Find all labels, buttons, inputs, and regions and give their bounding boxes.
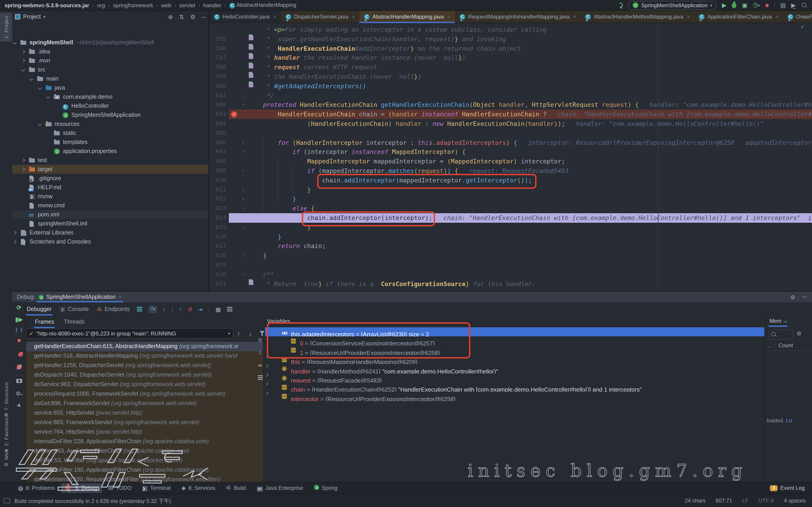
code-area[interactable]: 595 * <p>For simply adding an intercepto… — [209, 23, 812, 291]
stack-frame-row[interactable]: getHandler:516, AbstractHandlerMapping (… — [26, 351, 263, 361]
editor-line[interactable]: 601 * @see #getAdaptedInterceptors() — [209, 81, 812, 91]
thread-selector[interactable]: ✓ "http-nio-8080-exec-1"@5,223 in group … — [26, 328, 233, 339]
tree-item[interactable]: mvnw.cmd — [12, 201, 209, 210]
breadcrumb-segment[interactable]: servlet — [179, 2, 195, 8]
stack-frame-row[interactable]: getHandlerExecutionChain:615, AbstractHa… — [26, 342, 263, 351]
tool-window-button-build[interactable]: ⚒Build — [221, 484, 250, 493]
tree-item[interactable]: application.properties — [12, 147, 209, 156]
debug-settings-gear-icon[interactable]: ⚙▾ — [12, 390, 26, 397]
step-into-icon[interactable]: ↓ — [163, 306, 166, 313]
tab-threads[interactable]: Threads — [63, 317, 86, 327]
breadcrumb-segment[interactable]: C AbstractHandlerMapping — [229, 2, 296, 9]
profiler-button[interactable]: ◷▾ — [753, 2, 760, 9]
editor-line[interactable]: 595 * <p>For simply adding an intercepto… — [209, 25, 812, 35]
fold-marker-icon[interactable]: ▴ — [242, 223, 245, 232]
editor-line[interactable]: 622 * Return {@code true} if there is a … — [209, 279, 812, 289]
close-icon[interactable]: × — [775, 14, 778, 19]
gear-icon[interactable]: ⚙ — [190, 13, 195, 20]
tab-memory[interactable]: Mem — [768, 316, 787, 326]
tree-item[interactable]: main — [12, 74, 209, 83]
editor-tab[interactable]: C AbstractHandlerMethodMapping.java× — [581, 11, 695, 23]
tree-item[interactable]: .mvn — [12, 56, 209, 65]
rerun-icon[interactable]: ⟳ — [12, 304, 26, 311]
variable-row[interactable]: interceptor = {ResourceUrlProviderExposi… — [265, 392, 764, 401]
breadcrumb-segment[interactable]: web — [161, 2, 171, 8]
fold-marker-icon[interactable]: ▴ — [242, 251, 245, 260]
tree-item[interactable]: springMemShell~/d4m1ts/java/springMemShe… — [12, 38, 209, 47]
hide-panel-icon[interactable]: ─ — [202, 13, 206, 20]
tree-item[interactable]: src — [12, 65, 209, 74]
step-out-icon[interactable]: ↑ — [179, 306, 182, 313]
tree-chevron-icon[interactable] — [21, 59, 24, 62]
search-icon[interactable] — [801, 2, 807, 8]
tree-chevron-icon[interactable] — [265, 383, 764, 386]
editor-line[interactable]: 616▴ } — [209, 223, 812, 232]
coverage-button[interactable]: ▣ — [742, 2, 748, 8]
tree-chevron-icon[interactable] — [13, 41, 16, 44]
editor-line[interactable]: 602▴ */ — [209, 91, 812, 100]
show-execution-point-icon[interactable] — [137, 307, 143, 312]
stop-button[interactable]: ■ — [765, 2, 769, 8]
tree-chevron-icon[interactable] — [38, 87, 41, 89]
inspections-status-icon[interactable]: ✓ — [799, 23, 806, 30]
stack-frame-row[interactable]: doService:963, DispatcherServlet (org.sp… — [26, 380, 263, 389]
memory-search-input[interactable] — [768, 330, 793, 340]
editor-line[interactable]: 607▾ for (HandlerInterceptor interceptor… — [209, 138, 812, 147]
editor-line[interactable]: 618 return chain; — [209, 241, 812, 251]
close-icon[interactable]: × — [352, 14, 355, 19]
editor-line[interactable]: 617 } — [209, 232, 812, 241]
tree-chevron-icon[interactable] — [13, 231, 16, 234]
tab-frames[interactable]: Frames — [34, 317, 55, 327]
hide-frames-filter-icon[interactable] — [260, 331, 265, 336]
breadcrumb[interactable]: spring-webmvc-5.3.9-sources.jar›org›spri… — [5, 2, 296, 9]
editor-line[interactable]: 614▾ else { — [209, 204, 812, 213]
editor-line[interactable]: 605 (HandlerExecutionChain) handler : ne… — [209, 119, 812, 128]
tree-chevron-icon[interactable] — [30, 77, 33, 80]
tree-item[interactable]: ❯mvnw — [12, 192, 209, 201]
close-icon[interactable]: × — [448, 14, 450, 19]
run-config-selector[interactable]: SpringMemShellApplication ▾ — [628, 1, 717, 10]
load-classes-link[interactable]: Lo — [786, 417, 792, 424]
fold-marker-icon[interactable]: ▾ — [242, 166, 245, 176]
breadcrumb-segment[interactable]: handler — [203, 2, 221, 8]
tree-chevron-icon[interactable] — [13, 240, 16, 243]
variable-row[interactable]: p request = {RequestFacade@5483} — [265, 374, 764, 383]
stack-frame-row[interactable]: service:883, FrameworkServlet (org.sprin… — [26, 418, 263, 427]
editor-tab[interactable]: C ApplicationFilterChain.java× — [695, 11, 783, 23]
tree-item[interactable]: com.example.demo — [12, 92, 209, 101]
stop-icon[interactable]: ■ — [12, 337, 26, 344]
tree-item[interactable]: resources — [12, 119, 209, 128]
fold-marker-icon[interactable]: ▾ — [242, 138, 245, 147]
drop-frame-icon[interactable]: ↺ — [187, 306, 192, 313]
fold-marker-icon[interactable]: ▾ — [242, 100, 245, 110]
variable-row[interactable]: p handler = {HandlerMethod@6241} "com.ex… — [265, 364, 764, 373]
view-breakpoints-icon[interactable] — [12, 351, 26, 358]
force-step-into-icon[interactable]: ↓ — [171, 306, 174, 313]
editor-line[interactable]: 600 * @return the HandlerExecutionChain … — [209, 72, 812, 81]
debug-button[interactable] — [732, 2, 736, 8]
editor-line[interactable]: 609 MappedInterceptor mappedInterceptor … — [209, 157, 812, 166]
editor-line[interactable]: 619▴ } — [209, 251, 812, 260]
sidebar-item-favorites[interactable]: 2: Favorites★ — [0, 417, 12, 453]
layout-settings-icon[interactable] — [227, 307, 233, 312]
tree-chevron-icon[interactable] — [21, 50, 24, 53]
tree-chevron-icon[interactable] — [38, 123, 41, 125]
tree-item[interactable]: Scratches and Consoles — [12, 237, 209, 246]
minimize-icon[interactable]: ─ — [803, 293, 807, 300]
sidebar-item-structure[interactable]: 7: Structure▦ — [0, 382, 12, 417]
stack-frame-row[interactable]: service:764, HttpServlet (javax.servlet.… — [26, 427, 263, 437]
stack-frame-row[interactable]: doDispatch:1040, DispatcherServlet (org.… — [26, 370, 263, 380]
tool-window-button-javaee[interactable]: EEJava Enterprise — [252, 483, 308, 493]
next-frame-icon[interactable]: ↓ — [249, 330, 252, 338]
project-panel-title[interactable]: Project — [23, 13, 41, 20]
tab-endpoints[interactable]: ⁂ Endpoints — [96, 304, 131, 314]
sidebar-item-web[interactable]: Web◍ — [0, 449, 12, 467]
editor-line[interactable]: 620 — [209, 260, 812, 270]
editor-tab[interactable]: C DispatcherServlet.java× — [281, 11, 359, 23]
tree-item[interactable]: ∅.gitignore — [12, 174, 209, 183]
tree-item[interactable]: springMemShell.iml — [12, 219, 209, 228]
editor-line[interactable]: 603▾ protected HandlerExecutionChain get… — [209, 100, 812, 110]
close-icon[interactable]: × — [118, 294, 122, 300]
run-anything-icon[interactable]: ▶̲ — [791, 2, 796, 8]
editor-tab[interactable]: C OncePerR× — [783, 11, 812, 23]
